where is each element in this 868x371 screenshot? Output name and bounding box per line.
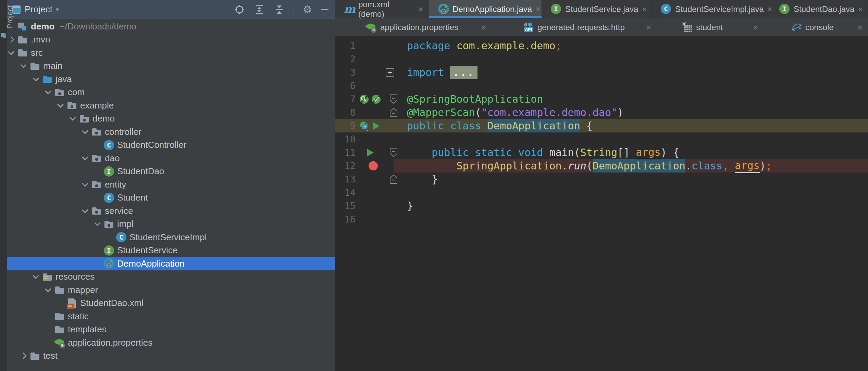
tree-item-example[interactable]: example (7, 99, 335, 112)
tab-student-table[interactable]: ✳ student × (657, 18, 764, 36)
tab-application-properties[interactable]: application.properties × (335, 18, 492, 36)
editor-pane: m pom.xml (demo) × DemoApplication.java … (335, 0, 868, 371)
spring-bean-icon[interactable]: e (359, 121, 369, 131)
tree-item-studentdao-xml[interactable]: StudentDao.xml (7, 297, 335, 310)
tab-studentserviceimpl-java[interactable]: StudentServiceImpl.java × (652, 0, 770, 18)
tree-item-static[interactable]: static (7, 310, 335, 323)
tool-window-title[interactable]: Project (25, 4, 52, 15)
chevron-down-icon[interactable] (20, 62, 26, 68)
spring-boot-run-icon (438, 4, 449, 15)
folder-icon (54, 285, 65, 295)
tree-item-studentdao[interactable]: StudentDao (7, 165, 335, 178)
chevron-down-icon[interactable] (70, 115, 76, 121)
tree-item-mvn[interactable]: .mvn (7, 33, 335, 47)
hide-icon[interactable] (321, 9, 328, 10)
tree-item-application-properties[interactable]: application.properties (7, 336, 335, 349)
tree-item-studentservice[interactable]: StudentService (7, 244, 335, 257)
close-icon[interactable]: × (535, 5, 541, 14)
spring-scan-icon[interactable] (359, 94, 369, 104)
tree-item-templates[interactable]: templates (7, 323, 335, 336)
tab-demoapplication-java[interactable]: DemoApplication.java × (429, 0, 542, 18)
package-folder-icon (91, 153, 102, 163)
fold-start-icon[interactable] (389, 148, 398, 157)
package-folder-icon (91, 179, 102, 190)
tree-item-controller[interactable]: controller (7, 125, 335, 139)
spring-properties-icon (54, 337, 65, 348)
fold-expand-icon[interactable] (386, 68, 394, 77)
expand-all-icon[interactable] (254, 4, 265, 15)
tree-item-dao[interactable]: dao (7, 152, 335, 165)
close-icon[interactable]: × (646, 23, 651, 32)
close-icon[interactable]: × (753, 23, 758, 32)
locate-icon[interactable] (234, 4, 245, 15)
tree-item-service[interactable]: service (7, 204, 335, 218)
package-folder-icon (91, 206, 102, 216)
code-line-8: 8 @MapperScan("com.example.demo.dao") (335, 106, 868, 119)
code-editor[interactable]: 1 package com.example.demo; 2 3 import .… (335, 36, 868, 371)
chevron-down-icon[interactable] (33, 273, 39, 279)
chevron-down-icon[interactable] (82, 180, 88, 187)
package-folder-icon (79, 114, 89, 124)
tree-item-main[interactable]: main (7, 60, 335, 73)
chevron-down-icon[interactable] (82, 128, 88, 134)
mysql-dolphin-icon (791, 22, 802, 33)
tab-generated-requests-http[interactable]: API generated-requests.http × (492, 18, 657, 36)
tree-item-mapper[interactable]: mapper (7, 283, 335, 297)
chevron-down-icon[interactable] (8, 49, 14, 55)
tree-item-demo-pkg[interactable]: demo (7, 112, 335, 126)
tab-studentdao-java[interactable]: StudentDao.java × (770, 0, 868, 18)
chevron-down-icon[interactable] (33, 75, 39, 81)
code-line-13: 13 } (335, 172, 868, 186)
fold-start-icon[interactable] (389, 94, 398, 104)
tree-item-entity[interactable]: entity (7, 178, 335, 191)
tree-item-com[interactable]: com (7, 86, 335, 99)
toolbar-separator (294, 4, 294, 15)
ide-window: Project Project ▾ ⚙ demo ~/Downloads/dem… (0, 0, 868, 371)
class-icon (661, 4, 671, 14)
run-icon[interactable] (367, 149, 374, 156)
project-tree: demo ~/Downloads/demo .mvn src main (7, 19, 335, 371)
tree-item-impl[interactable]: impl (7, 218, 335, 231)
close-icon[interactable]: × (858, 5, 863, 14)
breakpoint-icon[interactable] (369, 161, 378, 170)
tree-item-studentserviceimpl[interactable]: StudentServiceImpl (7, 231, 335, 244)
tree-item-test[interactable]: test (7, 349, 335, 363)
code-line-14: 14 (335, 186, 868, 199)
tab-console[interactable]: console × (764, 18, 868, 36)
chevron-down-icon[interactable] (94, 220, 100, 226)
collapse-all-icon[interactable] (274, 4, 285, 15)
tree-item-studentcontroller[interactable]: StudentController (7, 139, 335, 152)
tab-pom-xml[interactable]: m pom.xml (demo) × (335, 0, 429, 18)
chevron-right-icon[interactable] (8, 37, 14, 43)
chevron-down-icon[interactable] (45, 88, 51, 94)
fold-end-icon[interactable] (389, 174, 398, 184)
folded-imports[interactable]: ... (450, 66, 477, 79)
project-tool-window: Project ▾ ⚙ demo ~/Downloads/demo . (7, 0, 335, 371)
chevron-down-icon[interactable] (82, 154, 88, 160)
close-icon[interactable]: × (642, 5, 647, 14)
tree-item-demoapplication[interactable]: DemoApplication (7, 257, 335, 270)
chevron-down-icon[interactable] (57, 101, 63, 107)
tree-item-student[interactable]: Student (7, 191, 335, 205)
tree-item-java[interactable]: java (7, 73, 335, 86)
run-icon[interactable] (373, 122, 380, 130)
close-icon[interactable]: × (418, 5, 423, 14)
chevron-down-icon[interactable] (45, 286, 51, 292)
code-line-11: 11 public static void main(String[] args… (335, 146, 868, 159)
fold-end-icon[interactable] (389, 107, 398, 117)
chevron-down-icon[interactable]: ▾ (56, 6, 59, 13)
code-line-10: 10 (335, 132, 868, 146)
tree-item-src[interactable]: src (7, 46, 335, 60)
tab-studentservice-java[interactable]: StudentService.java × (542, 0, 652, 18)
tree-item-demo-root[interactable]: demo ~/Downloads/demo (7, 20, 335, 33)
settings-gear-icon[interactable]: ⚙ (303, 4, 312, 15)
folder-icon (17, 48, 28, 58)
spring-check-icon[interactable] (371, 94, 381, 104)
project-side-tab[interactable]: Project (5, 5, 14, 29)
chevron-down-icon[interactable] (82, 207, 88, 213)
close-icon[interactable]: × (857, 23, 863, 32)
tree-item-resources[interactable]: resources (7, 270, 335, 284)
class-icon (116, 232, 126, 242)
close-icon[interactable]: × (481, 23, 486, 32)
chevron-right-icon[interactable] (20, 353, 26, 359)
